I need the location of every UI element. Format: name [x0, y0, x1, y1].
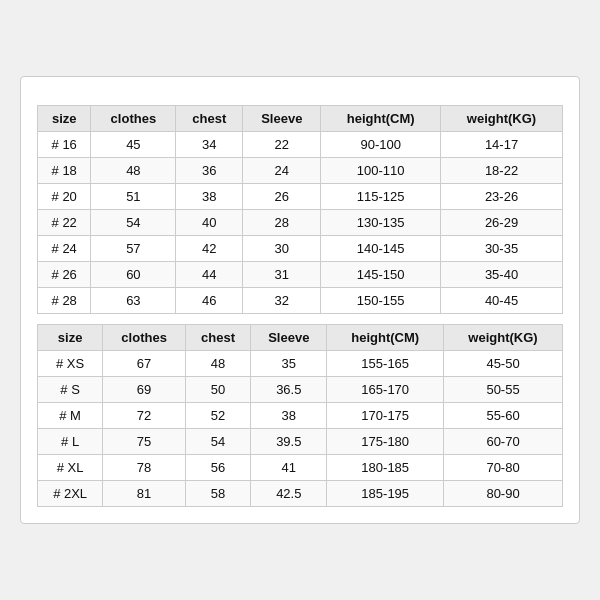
table-cell: 32: [243, 288, 321, 314]
table-cell: 36.5: [251, 377, 327, 403]
table1-col-header: size: [38, 106, 91, 132]
table-cell: 31: [243, 262, 321, 288]
table-cell: 50: [185, 377, 250, 403]
table-row: # 24574230140-14530-35: [38, 236, 563, 262]
table2-body: # XS674835155-16545-50# S695036.5165-170…: [38, 351, 563, 507]
table-cell: 75: [103, 429, 186, 455]
table-cell: 100-110: [321, 158, 441, 184]
table-row: # 28634632150-15540-45: [38, 288, 563, 314]
table-cell: 18-22: [441, 158, 563, 184]
table-row: # XL785641180-18570-80: [38, 455, 563, 481]
table-cell: # 28: [38, 288, 91, 314]
table-cell: 44: [176, 262, 243, 288]
table-cell: 57: [91, 236, 176, 262]
table-row: # 2XL815842.5185-19580-90: [38, 481, 563, 507]
table-cell: 48: [91, 158, 176, 184]
table-cell: 63: [91, 288, 176, 314]
table-cell: 34: [176, 132, 243, 158]
table-row: # S695036.5165-17050-55: [38, 377, 563, 403]
table-row: # 20513826115-12523-26: [38, 184, 563, 210]
table-cell: 115-125: [321, 184, 441, 210]
table1-header-row: sizeclotheschestSleeveheight(CM)weight(K…: [38, 106, 563, 132]
table-cell: 40-45: [441, 288, 563, 314]
table-cell: 81: [103, 481, 186, 507]
table-cell: 60-70: [444, 429, 563, 455]
table-cell: 175-180: [327, 429, 444, 455]
table-cell: 155-165: [327, 351, 444, 377]
table-cell: 54: [185, 429, 250, 455]
table2-header: sizeclotheschestSleeveheight(CM)weight(K…: [38, 325, 563, 351]
table-cell: 72: [103, 403, 186, 429]
table1-col-header: Sleeve: [243, 106, 321, 132]
table-cell: 41: [251, 455, 327, 481]
table-cell: 28: [243, 210, 321, 236]
size-chart-card: sizeclotheschestSleeveheight(CM)weight(K…: [20, 76, 580, 524]
table1-col-header: height(CM): [321, 106, 441, 132]
table-row: # L755439.5175-18060-70: [38, 429, 563, 455]
table-cell: 150-155: [321, 288, 441, 314]
table-cell: # 22: [38, 210, 91, 236]
table-cell: 52: [185, 403, 250, 429]
table-cell: 36: [176, 158, 243, 184]
table-cell: 23-26: [441, 184, 563, 210]
table-cell: 24: [243, 158, 321, 184]
table-cell: # 16: [38, 132, 91, 158]
table-cell: 50-55: [444, 377, 563, 403]
table-cell: 26: [243, 184, 321, 210]
table1-col-header: clothes: [91, 106, 176, 132]
table-cell: 40: [176, 210, 243, 236]
table-row: # 22544028130-13526-29: [38, 210, 563, 236]
table-cell: 55-60: [444, 403, 563, 429]
table-row: # XS674835155-16545-50: [38, 351, 563, 377]
table-cell: 145-150: [321, 262, 441, 288]
table-cell: 30: [243, 236, 321, 262]
table1-body: # 1645342290-10014-17# 18483624100-11018…: [38, 132, 563, 314]
table-cell: 51: [91, 184, 176, 210]
table-cell: 38: [251, 403, 327, 429]
table-row: # M725238170-17555-60: [38, 403, 563, 429]
table-cell: # 24: [38, 236, 91, 262]
table-cell: 14-17: [441, 132, 563, 158]
table2-col-header: height(CM): [327, 325, 444, 351]
table-cell: 45: [91, 132, 176, 158]
table-cell: 54: [91, 210, 176, 236]
table-cell: 180-185: [327, 455, 444, 481]
table-cell: 22: [243, 132, 321, 158]
table-row: # 1645342290-10014-17: [38, 132, 563, 158]
table1-header: sizeclotheschestSleeveheight(CM)weight(K…: [38, 106, 563, 132]
table2-header-row: sizeclotheschestSleeveheight(CM)weight(K…: [38, 325, 563, 351]
table-cell: 69: [103, 377, 186, 403]
table-cell: # 20: [38, 184, 91, 210]
table-cell: # XL: [38, 455, 103, 481]
table2-col-header: Sleeve: [251, 325, 327, 351]
table-cell: # 18: [38, 158, 91, 184]
table-cell: 130-135: [321, 210, 441, 236]
table-cell: 48: [185, 351, 250, 377]
table-cell: 58: [185, 481, 250, 507]
table2-col-header: weight(KG): [444, 325, 563, 351]
table1-col-header: weight(KG): [441, 106, 563, 132]
table-cell: 90-100: [321, 132, 441, 158]
table-cell: 35-40: [441, 262, 563, 288]
table-cell: 67: [103, 351, 186, 377]
table-cell: # L: [38, 429, 103, 455]
table-row: # 18483624100-11018-22: [38, 158, 563, 184]
table-row: # 26604431145-15035-40: [38, 262, 563, 288]
size-table-2: sizeclotheschestSleeveheight(CM)weight(K…: [37, 324, 563, 507]
table-cell: # 26: [38, 262, 91, 288]
table-cell: 56: [185, 455, 250, 481]
table-cell: 80-90: [444, 481, 563, 507]
table-cell: 30-35: [441, 236, 563, 262]
table-cell: 42.5: [251, 481, 327, 507]
table-cell: # XS: [38, 351, 103, 377]
size-table-1: sizeclotheschestSleeveheight(CM)weight(K…: [37, 105, 563, 314]
table-cell: 140-145: [321, 236, 441, 262]
table-cell: 35: [251, 351, 327, 377]
table-cell: 46: [176, 288, 243, 314]
table-cell: # M: [38, 403, 103, 429]
table-cell: 42: [176, 236, 243, 262]
table-cell: 60: [91, 262, 176, 288]
table2-col-header: clothes: [103, 325, 186, 351]
table-cell: 170-175: [327, 403, 444, 429]
table-cell: 185-195: [327, 481, 444, 507]
